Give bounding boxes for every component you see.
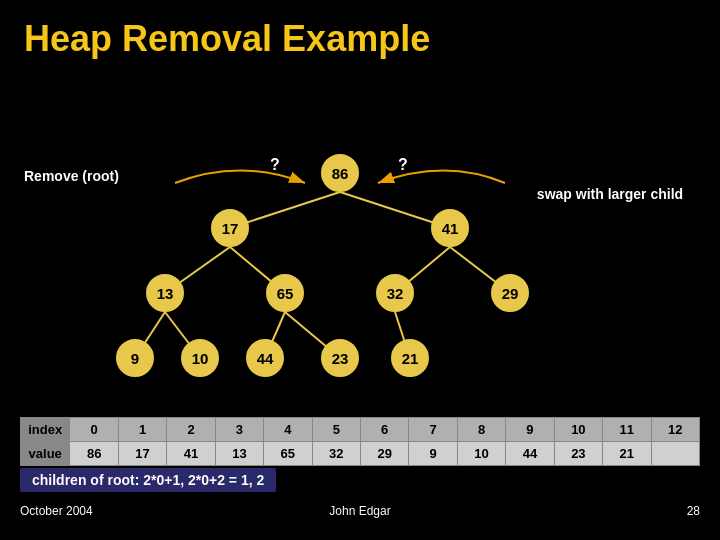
node-llr: 10 xyxy=(181,339,219,377)
table-value-cell: 65 xyxy=(264,442,312,466)
table-index-cell: 1 xyxy=(118,418,166,442)
node-lmr: 23 xyxy=(321,339,359,377)
title: Heap Removal Example xyxy=(0,0,720,68)
table-index-cell: 10 xyxy=(554,418,602,442)
table-value-cell: 23 xyxy=(554,442,602,466)
table-index-cell: 9 xyxy=(506,418,554,442)
table-header-label: index xyxy=(21,418,70,442)
node-ll: 13 xyxy=(146,274,184,312)
table-index-cell: 5 xyxy=(312,418,360,442)
table-value-cell: 9 xyxy=(409,442,457,466)
table-index-cell: 8 xyxy=(457,418,505,442)
table-index-cell: 11 xyxy=(603,418,651,442)
table-index-cell: 2 xyxy=(167,418,215,442)
node-lm: 65 xyxy=(266,274,304,312)
footer-page: 28 xyxy=(687,504,700,518)
node-l1: 17 xyxy=(211,209,249,247)
table-value-label: value xyxy=(21,442,70,466)
node-lll: 9 xyxy=(116,339,154,377)
node-rll: 21 xyxy=(391,339,429,377)
footer-author: John Edgar xyxy=(329,504,390,518)
value-row: value86174113653229910442321 xyxy=(21,442,700,466)
tree-lines xyxy=(0,68,720,398)
node-rr: 29 xyxy=(491,274,529,312)
node-lml: 44 xyxy=(246,339,284,377)
table-value-cell: 29 xyxy=(360,442,408,466)
node-root: 86 xyxy=(321,154,359,192)
table-index-cell: 7 xyxy=(409,418,457,442)
node-rl: 32 xyxy=(376,274,414,312)
table-index-cell: 6 xyxy=(360,418,408,442)
table-index-cell: 3 xyxy=(215,418,263,442)
table-value-cell xyxy=(651,442,700,466)
table-value-cell: 21 xyxy=(603,442,651,466)
footer-date: October 2004 xyxy=(20,504,93,518)
table-value-cell: 10 xyxy=(457,442,505,466)
index-row: index0123456789101112 xyxy=(21,418,700,442)
table-value-cell: 32 xyxy=(312,442,360,466)
table-value-cell: 44 xyxy=(506,442,554,466)
heap-table: index0123456789101112 value8617411365322… xyxy=(20,417,700,466)
table-value-cell: 41 xyxy=(167,442,215,466)
question-mark-left: ? xyxy=(270,156,280,174)
table-index-cell: 4 xyxy=(264,418,312,442)
table-index-cell: 0 xyxy=(70,418,118,442)
node-r1: 41 xyxy=(431,209,469,247)
children-label: children of root: 2*0+1, 2*0+2 = 1, 2 xyxy=(20,468,276,492)
table-index-cell: 12 xyxy=(651,418,700,442)
table-value-cell: 86 xyxy=(70,442,118,466)
heap-table-area: index0123456789101112 value8617411365322… xyxy=(20,417,700,466)
table-value-cell: 13 xyxy=(215,442,263,466)
question-mark-right: ? xyxy=(398,156,408,174)
table-value-cell: 17 xyxy=(118,442,166,466)
